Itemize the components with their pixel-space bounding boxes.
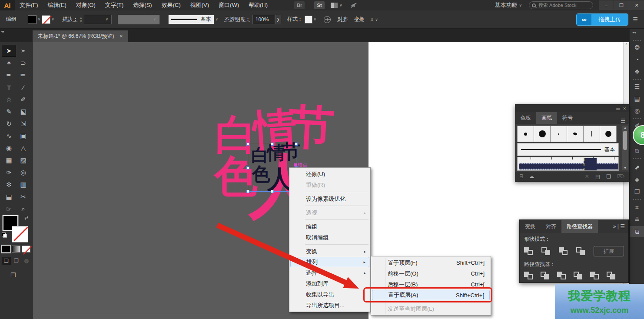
brush-options-icon[interactable]: ▤ bbox=[595, 173, 600, 179]
chevron-down-icon[interactable]: ∨ bbox=[375, 17, 378, 22]
brush-item[interactable] bbox=[550, 126, 567, 142]
menu-view[interactable]: 视图(V) bbox=[186, 0, 214, 10]
menu-select[interactable]: 选择▸ bbox=[289, 267, 370, 278]
style-swatch[interactable] bbox=[305, 16, 312, 23]
free-transform-tool[interactable]: ▣ bbox=[16, 130, 30, 142]
menu-export-selection[interactable]: 导出所选项目... bbox=[289, 300, 370, 311]
upload-button[interactable]: ∞ 拖拽上传 bbox=[576, 13, 628, 26]
tab-symbols[interactable]: 符号 bbox=[557, 112, 578, 124]
menu-undo[interactable]: 还原(U) bbox=[289, 169, 370, 179]
menu-help[interactable]: 帮助(H) bbox=[244, 0, 272, 10]
selection-handle[interactable] bbox=[271, 143, 274, 146]
selection-tool[interactable]: ➤ bbox=[2, 45, 16, 57]
menu-window[interactable]: 窗口(W) bbox=[214, 0, 244, 10]
screen-mode-button[interactable]: ❐ bbox=[10, 272, 16, 279]
close-tab-icon[interactable]: ✕ bbox=[120, 34, 123, 39]
muted-speaker-icon[interactable] bbox=[350, 2, 357, 8]
fill-color-swatch[interactable] bbox=[28, 15, 37, 24]
tab-brushes[interactable]: 画笔 bbox=[536, 112, 557, 124]
document-tab[interactable]: 未标题-1* @ 66.67% (RGB/预览) ✕ bbox=[33, 30, 128, 42]
chevron-down-icon[interactable]: ∨ bbox=[216, 17, 218, 21]
shaper-tool[interactable]: ✎ bbox=[2, 106, 16, 118]
menu-group[interactable]: 编组 bbox=[289, 221, 370, 232]
stroke-weight-dropdown[interactable]: ∨ bbox=[84, 15, 112, 24]
artboards-panel-icon[interactable]: ⧉ bbox=[630, 145, 644, 156]
brush-item[interactable] bbox=[600, 126, 617, 142]
blend-tool[interactable]: ◎ bbox=[16, 166, 30, 179]
color-panel-icon[interactable]: ❂ bbox=[630, 42, 644, 53]
direct-selection-tool[interactable]: ➣ bbox=[16, 45, 30, 57]
stroke-weight-stepper[interactable]: ∧∨ bbox=[80, 17, 82, 23]
column-graph-tool[interactable]: ▥ bbox=[16, 179, 30, 191]
chevron-down-icon[interactable]: ∨ bbox=[38, 17, 40, 21]
panel-menu-icon[interactable]: ☰ bbox=[621, 118, 625, 124]
collapse-panel-icon[interactable]: ◂◂ bbox=[615, 106, 619, 111]
stroke-color-swatch[interactable] bbox=[42, 15, 50, 24]
document-setup-icon[interactable] bbox=[324, 16, 331, 23]
merge-button[interactable] bbox=[557, 272, 567, 279]
shape-builder-tool[interactable]: ◉ bbox=[2, 142, 16, 154]
rotate-tool[interactable]: ↻ bbox=[2, 118, 16, 130]
opacity-label[interactable]: 不透明度： bbox=[225, 16, 251, 23]
tab-transform[interactable]: 变换 bbox=[520, 220, 541, 233]
shape-tool[interactable]: ☆ bbox=[2, 93, 16, 106]
scroll-thumb[interactable] bbox=[623, 131, 627, 150]
brush-item-basic[interactable]: 基本 bbox=[517, 143, 619, 156]
stroke-weight-label[interactable]: 描边： bbox=[63, 16, 78, 23]
perspective-grid-tool[interactable]: △ bbox=[16, 142, 30, 154]
mesh-tool[interactable]: ▦ bbox=[2, 154, 16, 166]
pen-tool[interactable]: ✒ bbox=[2, 69, 16, 81]
divide-button[interactable] bbox=[524, 272, 534, 279]
menu-transform[interactable]: 变换▸ bbox=[289, 246, 370, 257]
collapse-toolbar-icon[interactable]: ◂◂ bbox=[1, 30, 3, 33]
minimize-button[interactable]: – bbox=[599, 0, 614, 10]
new-brush-icon[interactable]: ❏ bbox=[606, 173, 611, 179]
stock-button[interactable]: St bbox=[314, 1, 325, 9]
chevron-down-icon[interactable]: ∨ bbox=[52, 17, 54, 21]
draw-behind-button[interactable]: ❐ bbox=[12, 257, 21, 265]
color-guide-panel-icon[interactable]: ◔ bbox=[630, 54, 644, 65]
brush-item-pattern[interactable] bbox=[517, 157, 619, 171]
crop-button[interactable] bbox=[574, 272, 583, 279]
curvature-tool[interactable]: ✏ bbox=[16, 69, 30, 81]
transparency-panel-icon[interactable]: ◎ bbox=[630, 105, 644, 116]
workspace-switcher[interactable]: 基本功能 ∨ bbox=[495, 1, 524, 9]
paintbrush-tool[interactable]: ✐ bbox=[16, 93, 30, 106]
close-button[interactable]: ✕ bbox=[629, 0, 644, 10]
gradient-panel-icon[interactable]: ▤ bbox=[630, 93, 644, 104]
minus-front-button[interactable] bbox=[541, 247, 551, 255]
magic-wand-tool[interactable]: ✶ bbox=[2, 57, 16, 69]
menu-effect[interactable]: 效果(C) bbox=[157, 0, 186, 10]
gradient-tool[interactable]: ▨ bbox=[16, 154, 30, 166]
list-icon[interactable]: ☰ bbox=[633, 16, 638, 23]
chevron-down-icon[interactable]: ∨ bbox=[314, 17, 316, 21]
menu-add-to-library[interactable]: 添加到库 bbox=[289, 278, 370, 289]
eraser-tool[interactable]: ⬕ bbox=[16, 106, 30, 118]
layout-switcher-icon[interactable] bbox=[331, 3, 338, 8]
close-panel-icon[interactable]: ✕ bbox=[623, 106, 626, 111]
chevron-down-icon[interactable]: ∨ bbox=[339, 3, 342, 7]
draw-normal-button[interactable]: ❏ bbox=[2, 257, 11, 265]
opacity-more-button[interactable]: ❯ bbox=[275, 15, 281, 24]
asset-export-panel-icon[interactable]: ❖ bbox=[630, 66, 644, 77]
none-button[interactable] bbox=[22, 246, 30, 253]
transform-panel-icon[interactable]: ⌗ bbox=[630, 202, 644, 213]
default-fill-stroke-icon[interactable] bbox=[2, 233, 7, 238]
intersect-button[interactable] bbox=[559, 247, 568, 255]
menu-collect-for-export[interactable]: 收集以导出 bbox=[289, 289, 370, 300]
menu-object[interactable]: 对象(O) bbox=[71, 0, 100, 10]
brush-item[interactable] bbox=[567, 126, 584, 142]
menu-arrange[interactable]: 排列▸ bbox=[290, 257, 369, 267]
opacity-value[interactable]: 100% bbox=[252, 15, 275, 24]
zoom-tool[interactable]: ⌕ bbox=[16, 203, 30, 215]
isolate-selection-icon[interactable]: ⌗ bbox=[371, 17, 374, 23]
swap-fill-stroke-icon[interactable]: ⇄ bbox=[24, 215, 28, 221]
dock-drag-handle[interactable] bbox=[633, 158, 641, 160]
transform-link[interactable]: 变换 bbox=[354, 16, 365, 23]
artboard-tool[interactable]: ⬓ bbox=[2, 191, 16, 203]
color-button[interactable] bbox=[2, 246, 10, 253]
selection-handle[interactable] bbox=[295, 143, 298, 146]
brush-item[interactable] bbox=[534, 126, 551, 142]
search-input[interactable] bbox=[538, 3, 586, 8]
hand-tool[interactable]: ☞ bbox=[2, 203, 16, 215]
